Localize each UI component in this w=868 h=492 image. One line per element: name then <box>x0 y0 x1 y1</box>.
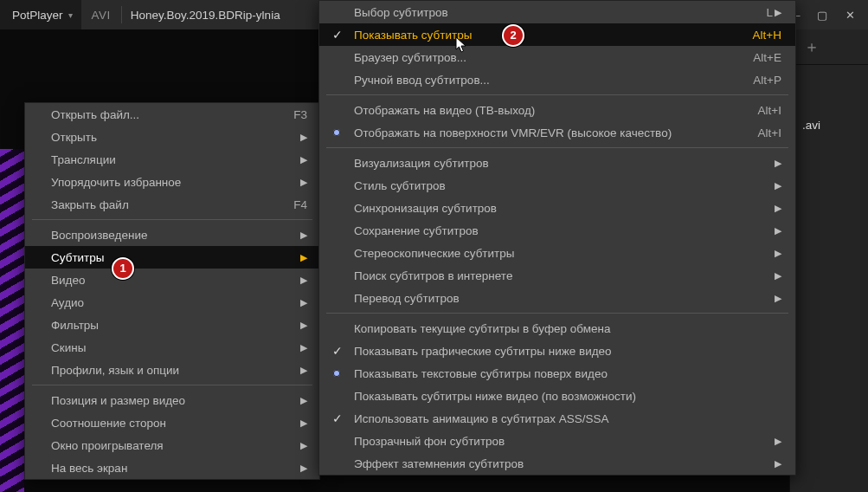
menu-item-label: Показывать текстовые субтитры поверх вид… <box>354 367 781 380</box>
context-menu[interactable]: Открыть файл...F3Открыть▶Трансляции▶Упор… <box>24 102 320 480</box>
menu-item-label: Субтитры <box>51 251 299 264</box>
submenu-arrow-icon: ▶ <box>299 342 307 353</box>
menu-item[interactable]: На весь экран▶ <box>25 456 319 479</box>
menu-item[interactable]: Показывать субтитры ниже видео (по возмо… <box>319 385 795 407</box>
submenu-arrow-icon: ▶ <box>299 297 307 308</box>
submenu-arrow-icon: ▶ <box>299 320 307 331</box>
menu-item-label: Закрыть файл <box>51 198 286 211</box>
decorative-stripes <box>0 149 24 492</box>
callout-badge-2: 2 <box>502 24 524 47</box>
submenu-arrow-icon: ▶ <box>773 7 781 18</box>
radio-icon <box>333 370 340 377</box>
menu-item-shortcut: Alt+H <box>753 29 781 42</box>
menu-item-label: Трансляции <box>51 153 299 166</box>
menu-item[interactable]: Поиск субтитров в интернете▶ <box>319 264 795 287</box>
menu-item-label: Воспроизведение <box>51 229 299 242</box>
menu-item-label: Аудио <box>51 296 299 309</box>
submenu-arrow-icon: ▶ <box>299 177 307 188</box>
menu-item-shortcut: F3 <box>293 108 307 121</box>
menu-item[interactable]: Открыть файл...F3 <box>25 103 319 126</box>
menu-item[interactable]: Выбор субтитровL▶ <box>319 1 795 23</box>
menu-item[interactable]: Визуализация субтитров▶ <box>319 152 795 174</box>
menu-item[interactable]: Видео▶ <box>25 269 319 291</box>
app-menu-button[interactable]: PotPlayer ▾ <box>0 0 81 29</box>
menu-item-shortcut: Alt+I <box>758 126 781 139</box>
submenu-arrow-icon: ▶ <box>299 132 307 143</box>
menu-item[interactable]: Воспроизведение▶ <box>25 223 319 246</box>
menu-item[interactable]: Ручной ввод субтитров...Alt+P <box>319 68 795 91</box>
menu-item-label: Использовать анимацию в субтитрах ASS/SS… <box>354 412 781 425</box>
menu-item[interactable]: Эффект затемнения субтитров▶ <box>319 452 795 475</box>
menu-item[interactable]: Субтитры▶ <box>25 246 319 269</box>
separator <box>32 385 312 385</box>
submenu-arrow-icon: ▶ <box>299 230 307 241</box>
menu-item[interactable]: Сохранение субтитров▶ <box>319 219 795 242</box>
add-tab-button[interactable]: ＋ <box>797 32 826 62</box>
submenu-arrow-icon: ▶ <box>299 463 307 474</box>
side-tab-label[interactable]: .avi <box>802 119 868 132</box>
menu-item[interactable]: Соотношение сторон▶ <box>25 411 319 434</box>
submenu-arrow-icon: ▶ <box>773 248 781 259</box>
menu-item-label: Прозрачный фон субтитров <box>354 435 773 448</box>
submenu-arrow-icon: ▶ <box>773 293 781 304</box>
menu-item-label: Фильтры <box>51 319 299 332</box>
menu-item[interactable]: Закрыть файлF4 <box>25 193 319 216</box>
submenu-arrow-icon: ▶ <box>773 270 781 282</box>
menu-item[interactable]: Окно проигрывателя▶ <box>25 434 319 456</box>
menu-item-label: Стиль субтитров <box>354 179 773 192</box>
menu-item[interactable]: Упорядочить избранное▶ <box>25 171 319 193</box>
menu-item-label: Стереоскопические субтитры <box>354 247 773 260</box>
menu-item[interactable]: ✓Показывать графические субтитры ниже ви… <box>319 340 795 362</box>
maximize-button[interactable]: ▢ <box>816 9 828 21</box>
menu-item-label: Профили, язык и опции <box>51 364 299 377</box>
app-name: PotPlayer <box>12 9 63 22</box>
menu-item[interactable]: Фильтры▶ <box>25 314 319 336</box>
menu-item[interactable]: Скины▶ <box>25 336 319 359</box>
menu-item-label: Видео <box>51 274 299 287</box>
submenu-arrow-icon: ▶ <box>299 395 307 406</box>
close-button[interactable]: ✕ <box>844 9 856 21</box>
menu-item-label: Открыть <box>51 131 299 144</box>
menu-item[interactable]: Позиция и размер видео▶ <box>25 389 319 411</box>
menu-item-label: Позиция и размер видео <box>51 394 299 407</box>
submenu-arrow-icon: ▶ <box>773 458 781 469</box>
menu-item[interactable]: Открыть▶ <box>25 126 319 148</box>
menu-item[interactable]: Профили, язык и опции▶ <box>25 359 319 381</box>
side-panel: ＋ .avi <box>789 29 868 492</box>
submenu-arrow-icon: ▶ <box>299 252 307 263</box>
menu-item[interactable]: Браузер субтитров...Alt+E <box>319 46 795 68</box>
menu-item[interactable]: Перевод субтитров▶ <box>319 287 795 309</box>
menu-item[interactable]: ✓Показывать субтитрыAlt+H <box>319 23 795 46</box>
menu-item[interactable]: Синхронизация субтитров▶ <box>319 197 795 219</box>
menu-item[interactable]: Прозрачный фон субтитров▶ <box>319 430 795 452</box>
check-icon: ✓ <box>331 411 344 425</box>
menu-item-shortcut: Alt+I <box>758 104 781 117</box>
menu-item-label: Скины <box>51 341 299 354</box>
menu-item-label: На весь экран <box>51 462 299 475</box>
subtitles-submenu[interactable]: Выбор субтитровL▶✓Показывать субтитрыAlt… <box>318 0 796 476</box>
menu-item[interactable]: Показывать текстовые субтитры поверх вид… <box>319 362 795 385</box>
submenu-arrow-icon: ▶ <box>773 225 781 236</box>
menu-item-label: Выбор субтитров <box>354 6 759 19</box>
separator <box>326 313 788 314</box>
menu-item[interactable]: Отображать на видео (ТВ-выход)Alt+I <box>319 99 795 121</box>
menu-item[interactable]: Копировать текущие субтитры в буфер обме… <box>319 317 795 340</box>
submenu-arrow-icon: ▶ <box>299 440 307 451</box>
menu-item-label: Эффект затемнения субтитров <box>354 457 773 470</box>
menu-item[interactable]: ✓Использовать анимацию в субтитрах ASS/S… <box>319 407 795 430</box>
menu-item[interactable]: Трансляции▶ <box>25 148 319 171</box>
side-tab-bar: ＋ <box>790 29 868 65</box>
submenu-arrow-icon: ▶ <box>299 275 307 286</box>
menu-item-label: Поиск субтитров в интернете <box>354 269 773 282</box>
menu-item[interactable]: Стереоскопические субтитры▶ <box>319 242 795 264</box>
menu-item-label: Соотношение сторон <box>51 417 299 430</box>
menu-item-shortcut: L <box>766 6 773 19</box>
menu-item[interactable]: Стиль субтитров▶ <box>319 174 795 197</box>
menu-item[interactable]: Аудио▶ <box>25 291 319 314</box>
menu-item-label: Упорядочить избранное <box>51 176 299 189</box>
separator <box>326 94 788 95</box>
check-icon: ✓ <box>331 28 344 42</box>
menu-item[interactable]: Отображать на поверхности VMR/EVR (высок… <box>319 121 795 144</box>
menu-item-label: Отображать на поверхности VMR/EVR (высок… <box>354 126 751 139</box>
separator <box>32 219 312 220</box>
